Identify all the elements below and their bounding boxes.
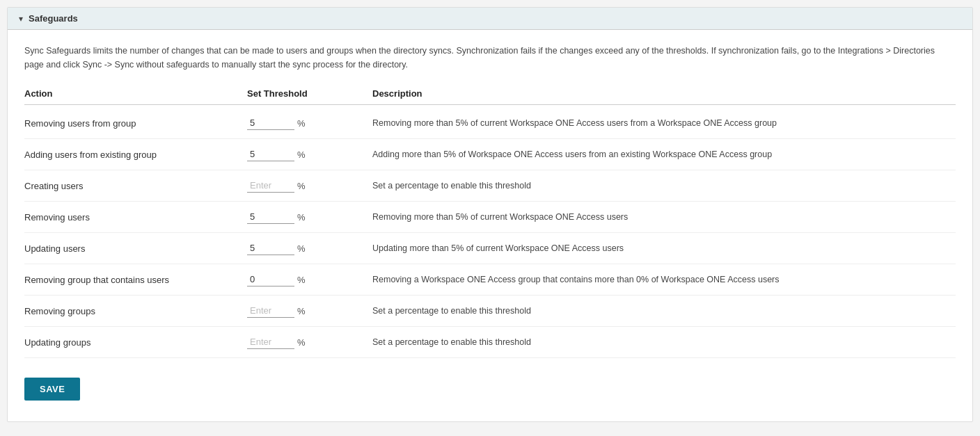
save-button[interactable]: SAVE	[24, 378, 80, 401]
row-description: Set a percentage to enable this threshol…	[372, 181, 956, 191]
row-action: Removing group that contains users	[24, 275, 247, 285]
row-action: Creating users	[24, 181, 247, 191]
description-text: Sync Safeguards limits the number of cha…	[24, 44, 956, 72]
row-action: Updating groups	[24, 337, 247, 348]
row-action: Removing groups	[24, 306, 247, 316]
row-description: Removing more than 5% of current Workspa…	[372, 118, 956, 128]
column-description: Description	[372, 88, 956, 99]
threshold-input[interactable]	[247, 304, 294, 318]
row-description: Removing more than 5% of current Workspa…	[372, 212, 956, 222]
threshold-input[interactable]	[247, 179, 294, 193]
threshold-input[interactable]	[247, 335, 294, 349]
threshold-cell: %	[247, 210, 372, 224]
table-row: Removing group that contains users%Remov…	[24, 264, 956, 296]
threshold-input[interactable]	[247, 147, 294, 161]
threshold-cell: %	[247, 179, 372, 193]
percent-sign: %	[297, 337, 306, 348]
threshold-input[interactable]	[247, 210, 294, 224]
table-row: Removing users%Removing more than 5% of …	[24, 202, 956, 233]
section-header[interactable]: ▾ Safeguards	[8, 8, 972, 30]
threshold-cell: %	[247, 116, 372, 130]
row-action: Removing users	[24, 212, 247, 223]
percent-sign: %	[297, 118, 306, 129]
threshold-cell: %	[247, 273, 372, 286]
threshold-cell: %	[247, 147, 372, 161]
table-row: Creating users%Set a percentage to enabl…	[24, 170, 956, 202]
table-header: Action Set Threshold Description	[24, 88, 956, 105]
threshold-input[interactable]	[247, 273, 294, 286]
row-description: Set a percentage to enable this threshol…	[372, 306, 956, 316]
percent-sign: %	[297, 306, 306, 316]
section-title: Safeguards	[29, 13, 78, 24]
collapse-icon: ▾	[19, 14, 23, 24]
threshold-input[interactable]	[247, 116, 294, 130]
table-row: Updating groups%Set a percentage to enab…	[24, 327, 956, 358]
threshold-cell: %	[247, 335, 372, 349]
column-action: Action	[24, 88, 247, 99]
safeguards-panel: ▾ Safeguards Sync Safeguards limits the …	[7, 7, 973, 422]
section-body: Sync Safeguards limits the number of cha…	[8, 30, 972, 421]
percent-sign: %	[297, 275, 306, 285]
table-row: Updating users%Updating more than 5% of …	[24, 233, 956, 264]
percent-sign: %	[297, 181, 306, 191]
threshold-cell: %	[247, 241, 372, 255]
threshold-input[interactable]	[247, 241, 294, 255]
percent-sign: %	[297, 212, 306, 223]
row-description: Updating more than 5% of current Workspa…	[372, 243, 956, 253]
row-action: Removing users from group	[24, 118, 247, 129]
row-action: Updating users	[24, 243, 247, 254]
table-row: Adding users from existing group%Adding …	[24, 139, 956, 170]
row-description: Adding more than 5% of Workspace ONE Acc…	[372, 150, 956, 159]
table-rows: Removing users from group%Removing more …	[24, 108, 956, 358]
row-description: Removing a Workspace ONE Access group th…	[372, 275, 956, 284]
column-threshold: Set Threshold	[247, 88, 372, 99]
percent-sign: %	[297, 150, 306, 160]
table-row: Removing groups%Set a percentage to enab…	[24, 296, 956, 327]
percent-sign: %	[297, 243, 306, 254]
threshold-cell: %	[247, 304, 372, 318]
table-row: Removing users from group%Removing more …	[24, 108, 956, 139]
row-description: Set a percentage to enable this threshol…	[372, 337, 956, 347]
row-action: Adding users from existing group	[24, 150, 247, 160]
